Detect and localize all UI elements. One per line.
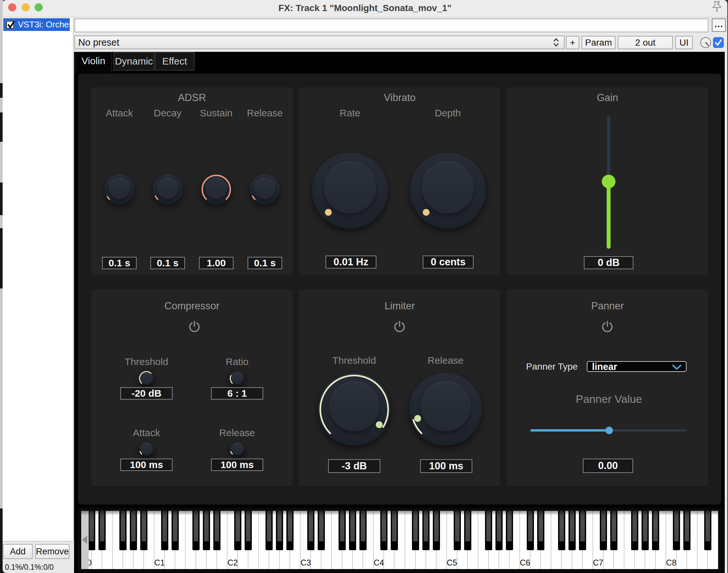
more-options-button[interactable]: ... xyxy=(712,18,726,32)
black-key[interactable] xyxy=(569,511,576,550)
black-key[interactable] xyxy=(641,511,649,550)
limiter-power-icon[interactable] xyxy=(392,320,407,334)
black-key[interactable] xyxy=(318,511,325,550)
panner-value[interactable]: 0.00 xyxy=(583,459,633,473)
comp-release-value[interactable]: 100 ms xyxy=(211,459,263,471)
gain-slider-thumb[interactable] xyxy=(602,175,616,189)
adsr-decay-knob[interactable] xyxy=(153,174,183,204)
comp-attack-knob[interactable] xyxy=(139,442,154,456)
black-key[interactable] xyxy=(391,511,398,550)
fx-list-item-selected[interactable]: VST3i: Orches xyxy=(3,18,70,31)
comp-ratio-knob[interactable] xyxy=(230,371,244,385)
black-key[interactable] xyxy=(234,511,241,550)
octave-label: C6 xyxy=(520,558,530,567)
lim-threshold-knob[interactable] xyxy=(318,373,390,446)
black-key[interactable] xyxy=(172,511,179,550)
black-key[interactable] xyxy=(359,511,367,550)
black-key[interactable] xyxy=(537,511,544,550)
adsr-attack-value[interactable]: 0.1 s xyxy=(102,257,137,269)
comp-attack-label: Attack xyxy=(133,427,160,438)
param-button[interactable]: Param xyxy=(582,36,616,49)
fx-active-checkbox[interactable] xyxy=(713,37,724,48)
black-key[interactable] xyxy=(683,511,690,550)
lim-release-knob[interactable] xyxy=(409,373,482,446)
preset-dropdown[interactable]: No preset xyxy=(75,36,565,49)
titlebar[interactable]: FX: Track 1 "Moonlight_Sonata_mov_1" xyxy=(3,0,727,17)
panner-slider-thumb[interactable] xyxy=(605,427,613,434)
adsr-release-value[interactable]: 0.1 s xyxy=(248,257,282,269)
black-key[interactable] xyxy=(600,511,607,550)
vibrato-rate-value[interactable]: 0.01 Hz xyxy=(326,256,376,269)
compressor-power-icon[interactable] xyxy=(187,320,202,334)
black-key[interactable] xyxy=(558,511,565,550)
keyboard-keys[interactable]: C0C1C2C3C4C5C6C7C8 xyxy=(81,511,718,569)
black-key[interactable] xyxy=(673,511,680,550)
adsr-release-knob[interactable] xyxy=(250,174,280,204)
vibrato-rate-knob[interactable] xyxy=(312,153,388,228)
vibrato-depth-knob[interactable] xyxy=(410,153,486,228)
add-preset-button[interactable]: + xyxy=(566,36,579,49)
black-key[interactable] xyxy=(506,511,513,550)
black-key[interactable] xyxy=(380,511,387,550)
black-key[interactable] xyxy=(307,511,314,550)
black-key[interactable] xyxy=(140,511,147,550)
black-key[interactable] xyxy=(527,511,534,550)
black-key[interactable] xyxy=(412,511,419,550)
vibrato-depth-value[interactable]: 0 cents xyxy=(423,256,474,269)
comp-attack-value[interactable]: 100 ms xyxy=(120,459,173,471)
adsr-attack-knob[interactable] xyxy=(104,174,134,204)
ui-button[interactable]: UI xyxy=(675,36,693,49)
adsr-decay-value[interactable]: 0.1 s xyxy=(150,257,185,269)
black-key[interactable] xyxy=(464,511,471,550)
black-key[interactable] xyxy=(213,511,221,550)
black-key[interactable] xyxy=(454,511,461,550)
gain-value[interactable]: 0 dB xyxy=(584,256,633,269)
lim-release-value[interactable]: 100 ms xyxy=(420,459,472,473)
black-key[interactable] xyxy=(631,511,638,550)
tab-dynamic[interactable]: Dynamic xyxy=(113,52,154,70)
black-key[interactable] xyxy=(276,511,283,550)
preset-stepper-icon[interactable] xyxy=(549,37,563,48)
pushpin-icon[interactable] xyxy=(711,1,723,14)
black-key[interactable] xyxy=(161,511,168,550)
wet-dry-knob[interactable] xyxy=(700,37,711,48)
lim-threshold-value[interactable]: -3 dB xyxy=(328,459,380,473)
black-key[interactable] xyxy=(203,511,210,550)
fx-name-field[interactable] xyxy=(75,18,709,32)
black-key[interactable] xyxy=(495,511,503,550)
black-key[interactable] xyxy=(485,511,492,550)
black-key[interactable] xyxy=(349,511,356,550)
tab-violin[interactable]: Violin xyxy=(75,52,112,73)
black-key[interactable] xyxy=(433,511,440,550)
fx-window: FX: Track 1 "Moonlight_Sonata_mov_1" VST… xyxy=(3,0,727,573)
black-key[interactable] xyxy=(610,511,618,550)
black-key[interactable] xyxy=(579,511,586,550)
panner-type-dropdown[interactable]: linear xyxy=(587,361,687,372)
fx-list[interactable]: VST3i: Orches xyxy=(3,18,74,541)
black-key[interactable] xyxy=(265,511,273,550)
black-key[interactable] xyxy=(88,511,95,550)
black-key[interactable] xyxy=(98,511,106,550)
keyboard-scroll-strip[interactable] xyxy=(81,511,89,569)
comp-release-knob[interactable] xyxy=(230,442,244,456)
black-key[interactable] xyxy=(130,511,137,550)
black-key[interactable] xyxy=(652,511,659,550)
comp-ratio-value[interactable]: 6 : 1 xyxy=(211,387,263,400)
outputs-button[interactable]: 2 out xyxy=(618,36,673,49)
tab-effect[interactable]: Effect xyxy=(155,52,194,70)
black-key[interactable] xyxy=(192,511,200,550)
black-key[interactable] xyxy=(422,511,430,550)
comp-threshold-knob[interactable] xyxy=(139,371,154,385)
adsr-sustain-value[interactable]: 1.00 xyxy=(199,257,234,269)
comp-threshold-value[interactable]: -20 dB xyxy=(120,387,173,400)
fx-enabled-checkbox[interactable] xyxy=(6,21,14,29)
black-key[interactable] xyxy=(119,511,127,550)
black-key[interactable] xyxy=(704,511,711,550)
black-key[interactable] xyxy=(245,511,252,550)
black-key[interactable] xyxy=(286,511,294,550)
black-key[interactable] xyxy=(339,511,346,550)
add-fx-button[interactable]: Add xyxy=(3,544,33,559)
remove-fx-button[interactable]: Remove xyxy=(35,544,69,559)
adsr-sustain-knob[interactable] xyxy=(201,174,231,204)
panner-power-icon[interactable] xyxy=(600,320,615,334)
